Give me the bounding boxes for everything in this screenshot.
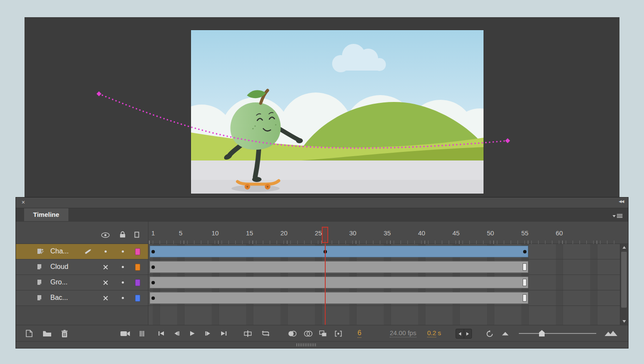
- scrollbar-grip[interactable]: [296, 343, 317, 346]
- step-left-button[interactable]: [456, 329, 464, 338]
- layer-lock-toggle[interactable]: [117, 259, 128, 275]
- layer-visibility-toggle[interactable]: [100, 290, 111, 305]
- keyframe-dot[interactable]: [324, 250, 327, 253]
- ruler-label: 20: [280, 229, 288, 237]
- scroll-down-button[interactable]: [620, 318, 628, 325]
- layer-lock-toggle[interactable]: [117, 275, 128, 290]
- edit-multiple-frames-button[interactable]: [319, 325, 327, 342]
- layer-row-cloud[interactable]: Cloud: [16, 259, 148, 275]
- ruler-label: 1: [151, 229, 155, 237]
- layer-lock-toggle[interactable]: [117, 290, 128, 305]
- layer-visibility-toggle[interactable]: [100, 259, 111, 275]
- tween-span[interactable]: [150, 246, 528, 257]
- track-row[interactable]: [148, 290, 620, 306]
- ruler-label: 45: [453, 229, 460, 237]
- animation-scene: [191, 30, 484, 194]
- keyframe-dot[interactable]: [151, 281, 155, 284]
- layer-name[interactable]: Gro...: [50, 278, 68, 286]
- layer-outline-swatch[interactable]: [135, 295, 140, 302]
- ruler-label: 5: [179, 229, 182, 237]
- layer-visibility-toggle[interactable]: [100, 244, 111, 259]
- layer-row-ground[interactable]: Gro...: [16, 275, 148, 290]
- frame-ruler[interactable]: 151015202530354045505560: [148, 222, 620, 244]
- layer-row-background[interactable]: Bac...: [16, 290, 148, 306]
- scrollbar-thumb[interactable]: [621, 252, 627, 308]
- ruler-label: 40: [418, 229, 425, 237]
- stage-pasteboard: [25, 17, 619, 197]
- arrow-right-icon: [466, 332, 469, 336]
- current-frame-field[interactable]: 6: [357, 329, 361, 338]
- frame-span[interactable]: [150, 277, 528, 288]
- center-frame-button[interactable]: [244, 325, 252, 342]
- ruler-label: 10: [212, 229, 219, 237]
- play-button[interactable]: [189, 325, 196, 342]
- step-right-button[interactable]: [464, 329, 472, 338]
- layer-icon: [37, 264, 43, 271]
- new-folder-button[interactable]: [43, 325, 52, 342]
- reset-timeline-zoom-button[interactable]: [486, 325, 494, 342]
- track-row[interactable]: [148, 244, 620, 259]
- end-frame-marker[interactable]: [523, 279, 527, 286]
- frame-span[interactable]: [150, 292, 528, 304]
- collapse-panel-icon[interactable]: ◀◀: [619, 199, 624, 204]
- keyframe-dot[interactable]: [151, 296, 155, 300]
- new-layer-button[interactable]: [25, 325, 33, 342]
- track-row[interactable]: [148, 259, 620, 275]
- layer-name[interactable]: Bac...: [50, 294, 68, 302]
- timeline-panel: × ◀◀ Timeline 151015202530354045505560: [15, 197, 629, 349]
- zoom-in-frames-icon[interactable]: [604, 325, 618, 342]
- layer-depth-button[interactable]: [139, 325, 145, 342]
- frame-step-widget[interactable]: [456, 329, 472, 339]
- timeline-zoom-slider-thumb[interactable]: [539, 330, 545, 336]
- layer-outline-swatch[interactable]: [135, 264, 140, 271]
- stage-canvas[interactable]: [191, 30, 484, 194]
- character-shadow: [231, 185, 280, 192]
- layer-name[interactable]: Cloud: [50, 263, 68, 271]
- keyframe-dot[interactable]: [151, 265, 155, 269]
- add-camera-button[interactable]: [120, 325, 130, 342]
- show-all-layers-as-outlines-icon[interactable]: [134, 231, 139, 240]
- layer-row-character[interactable]: Cha...: [16, 244, 148, 259]
- onion-skin-outlines-button[interactable]: [304, 325, 313, 342]
- keyframe-dot[interactable]: [151, 250, 155, 253]
- layer-lock-toggle[interactable]: [117, 244, 128, 259]
- track-area[interactable]: [148, 244, 620, 325]
- layer-icon: [37, 295, 43, 302]
- vertical-scrollbar[interactable]: [620, 244, 628, 325]
- layer-icon: [37, 279, 43, 287]
- motion-path-start-marker[interactable]: [96, 91, 101, 96]
- keyframe-dot[interactable]: [523, 250, 527, 253]
- motion-path-end-marker[interactable]: [505, 138, 510, 143]
- panel-menu-icon[interactable]: [613, 213, 623, 220]
- loop-playback-button[interactable]: [261, 325, 270, 342]
- close-panel-icon[interactable]: ×: [22, 199, 25, 206]
- frame-span[interactable]: [150, 261, 528, 273]
- ruler-label: 50: [487, 229, 494, 237]
- timeline-zoom-slider[interactable]: [519, 333, 596, 334]
- back-foot: [252, 177, 262, 182]
- arrow-up-icon: [622, 246, 626, 249]
- layer-visibility-toggle[interactable]: [100, 275, 111, 290]
- playhead[interactable]: [322, 227, 328, 243]
- horizontal-scroll-strip[interactable]: [16, 341, 628, 348]
- layer-name[interactable]: Cha...: [50, 247, 69, 255]
- delete-layer-button[interactable]: [61, 325, 68, 342]
- tab-timeline[interactable]: Timeline: [24, 208, 68, 221]
- go-to-last-frame-button[interactable]: [220, 325, 227, 342]
- step-forward-button[interactable]: [204, 325, 211, 342]
- frame-rate-field[interactable]: 24.00 fps: [390, 329, 416, 337]
- layer-outline-swatch[interactable]: [135, 279, 140, 286]
- onion-skin-button[interactable]: [288, 325, 297, 342]
- track-row[interactable]: [148, 275, 620, 290]
- modify-markers-button[interactable]: [335, 325, 342, 342]
- step-back-button[interactable]: [173, 325, 180, 342]
- zoom-out-frames-icon[interactable]: [502, 325, 509, 342]
- scroll-up-button[interactable]: [620, 244, 628, 251]
- end-frame-marker[interactable]: [523, 263, 527, 271]
- end-frame-marker[interactable]: [523, 294, 527, 302]
- layer-outline-swatch[interactable]: [135, 248, 140, 255]
- elapsed-time-field[interactable]: 0.2s: [427, 329, 441, 336]
- show-hide-all-layers-eye-icon[interactable]: [101, 232, 110, 240]
- go-to-first-frame-button[interactable]: [158, 325, 165, 342]
- lock-all-layers-icon[interactable]: [120, 231, 126, 240]
